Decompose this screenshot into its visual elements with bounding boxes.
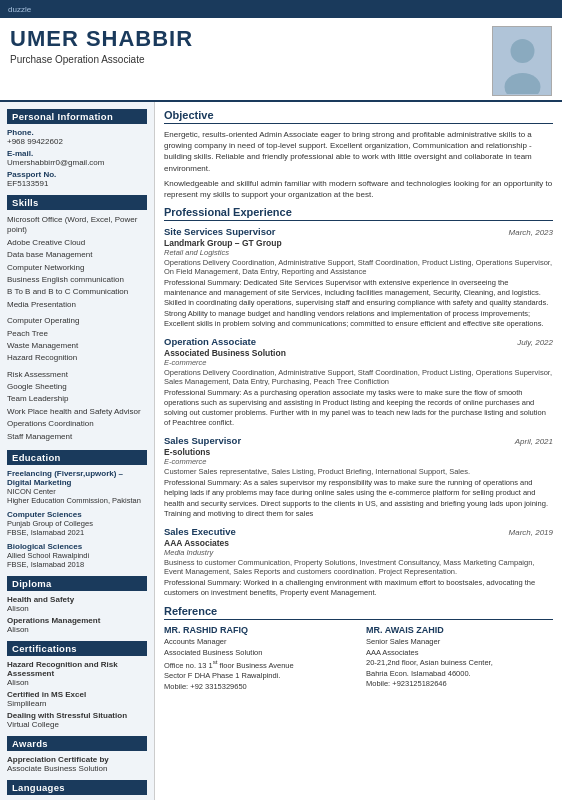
edu-org: NICON Center <box>7 487 147 496</box>
exp-header: Sales Executive March, 2019 <box>164 526 553 537</box>
main-layout: Personal Information Phone. +968 9942260… <box>0 102 562 800</box>
exp-type: Media Industry <box>164 548 553 557</box>
skill-item: Peach Tree <box>7 328 147 340</box>
reference-section: MR. RASHID RAFIQ Accounts ManagerAssocia… <box>164 625 553 692</box>
objective-title: Objective <box>164 109 553 124</box>
cert-name: Hazard Recognition and Risk Assessment <box>7 660 147 678</box>
exp-date: March, 2019 <box>509 528 553 537</box>
ref-name-1: MR. RASHID RAFIQ <box>164 625 351 635</box>
award-name: Appreciation Certificate by <box>7 755 147 764</box>
exp-summary: Professional Summary: Dedicated Site Ser… <box>164 278 553 329</box>
cert-item: Hazard Recognition and Risk Assessment A… <box>7 660 147 687</box>
exp-summary: Professional Summary: As a purchasing op… <box>164 388 553 429</box>
cert-name: Dealing with Stressful Situation <box>7 711 147 720</box>
edu-name: Computer Sciences <box>7 510 147 519</box>
exp-header: Site Services Supervisor March, 2023 <box>164 226 553 237</box>
candidate-job-title: Purchase Operation Associate <box>10 54 193 65</box>
cert-item: Dealing with Stressful Situation Virtual… <box>7 711 147 729</box>
cert-org: Simplilearn <box>7 699 147 708</box>
exp-summary: Professional Summary: As a sales supervi… <box>164 478 553 519</box>
phone-value: +968 99422602 <box>7 137 147 146</box>
edu-org: Allied School Rawalpindi <box>7 551 147 560</box>
exp-header: Sales Supervisor April, 2021 <box>164 435 553 446</box>
candidate-photo <box>492 26 552 96</box>
skill-item: Computer Operating <box>7 315 147 327</box>
ref-block-2: MR. AWAIS ZAHID Senior Sales ManagerAAA … <box>366 625 553 692</box>
edu-item: Freelancing (Fiversr,upwork) – Digital M… <box>7 469 147 505</box>
objective-para1: Energetic, results-oriented Admin Associ… <box>164 129 553 174</box>
edu-detail: FBSE, Islamabad 2021 <box>7 528 147 537</box>
ref-detail-2: Senior Sales ManagerAAA Associates20-21,… <box>366 637 553 690</box>
exp-item-4: Sales Executive March, 2019 AAA Associat… <box>164 526 553 598</box>
edu-name: Biological Sciences <box>7 542 147 551</box>
ref-block-1: MR. RASHID RAFIQ Accounts ManagerAssocia… <box>164 625 351 692</box>
diploma-org: Alison <box>7 625 147 634</box>
skill-item: Risk Assessment <box>7 369 147 381</box>
exp-company: Landmark Group – GT Group <box>164 238 553 248</box>
personal-info-title: Personal Information <box>7 109 147 124</box>
cert-name: Certified in MS Excel <box>7 690 147 699</box>
award-item: Appreciation Certificate by Associate Bu… <box>7 755 147 773</box>
diploma-item: Health and Safety Alison <box>7 595 147 613</box>
ref-detail-1: Accounts ManagerAssociated Business Solu… <box>164 637 351 692</box>
awards-title: Awards <box>7 736 147 751</box>
edu-item: Biological Sciences Allied School Rawalp… <box>7 542 147 569</box>
name-title-block: UMER SHABBIR Purchase Operation Associat… <box>10 26 193 65</box>
phone-label: Phone. <box>7 128 147 137</box>
exp-type: E-commerce <box>164 358 553 367</box>
award-org: Associate Business Solution <box>7 764 147 773</box>
experience-title: Professional Experience <box>164 206 553 221</box>
exp-item-3: Sales Supervisor April, 2021 E-solutions… <box>164 435 553 519</box>
skill-item: Adobe Creative Cloud <box>7 237 147 249</box>
edu-detail: Higher Education Commission, Pakistan <box>7 496 147 505</box>
exp-date: July, 2022 <box>517 338 553 347</box>
site-brand: duzzle <box>8 5 31 14</box>
exp-item-1: Site Services Supervisor March, 2023 Lan… <box>164 226 553 329</box>
skill-item: Media Presentation <box>7 299 147 311</box>
diploma-org: Alison <box>7 604 147 613</box>
objective-para2: Knowledgeable and skillful admin familia… <box>164 178 553 200</box>
cert-item: Certified in MS Excel Simplilearn <box>7 690 147 708</box>
exp-job-title: Operation Associate <box>164 336 256 347</box>
exp-job-title: Sales Supervisor <box>164 435 241 446</box>
languages-title: Languages <box>7 780 147 795</box>
skills-list: Microsoft Office (Word, Excel, Power poi… <box>7 214 147 443</box>
skill-item: B To B and B to C Communication <box>7 286 147 298</box>
skill-item: Google Sheeting <box>7 381 147 393</box>
passport-value: EF5133591 <box>7 179 147 188</box>
exp-company: Associated Business Solution <box>164 348 553 358</box>
skill-item: Operations Coordination <box>7 418 147 430</box>
skill-item: Work Place health and Safety Advisor <box>7 406 147 418</box>
diploma-name: Operations Management <box>7 616 147 625</box>
cert-org: Virtual College <box>7 720 147 729</box>
exp-job-title: Site Services Supervisor <box>164 226 275 237</box>
cert-org: Alison <box>7 678 147 687</box>
skill-item: Data base Management <box>7 249 147 261</box>
edu-name: Freelancing (Fiversr,upwork) – Digital M… <box>7 469 147 487</box>
reference-title: Reference <box>164 605 553 620</box>
exp-tasks: Operations Delivery Coordination, Admini… <box>164 368 553 386</box>
exp-tasks: Operations Delivery Coordination, Admini… <box>164 258 553 276</box>
ref-name-2: MR. AWAIS ZAHID <box>366 625 553 635</box>
skill-item: Hazard Recognition <box>7 352 147 364</box>
edu-detail: FBSE, Islamabad 2018 <box>7 560 147 569</box>
diploma-title: Diploma <box>7 576 147 591</box>
left-column: Personal Information Phone. +968 9942260… <box>0 102 155 800</box>
exp-summary: Professional Summary: Worked in a challe… <box>164 578 553 598</box>
exp-tasks: Business to customer Communication, Prop… <box>164 558 553 576</box>
certifications-title: Certifications <box>7 641 147 656</box>
exp-date: March, 2023 <box>509 228 553 237</box>
passport-label: Passport No. <box>7 170 147 179</box>
exp-company: E-solutions <box>164 447 553 457</box>
exp-type: E-commerce <box>164 457 553 466</box>
diploma-name: Health and Safety <box>7 595 147 604</box>
exp-type: Retail and Logistics <box>164 248 553 257</box>
email-label: E-mail. <box>7 149 147 158</box>
skill-item: Computer Networking <box>7 262 147 274</box>
header-bar: duzzle <box>0 0 562 18</box>
skill-item: Staff Management <box>7 431 147 443</box>
svg-point-1 <box>510 39 534 63</box>
edu-item: Computer Sciences Punjab Group of Colleg… <box>7 510 147 537</box>
edu-org: Punjab Group of Colleges <box>7 519 147 528</box>
skill-item: Business English communication <box>7 274 147 286</box>
